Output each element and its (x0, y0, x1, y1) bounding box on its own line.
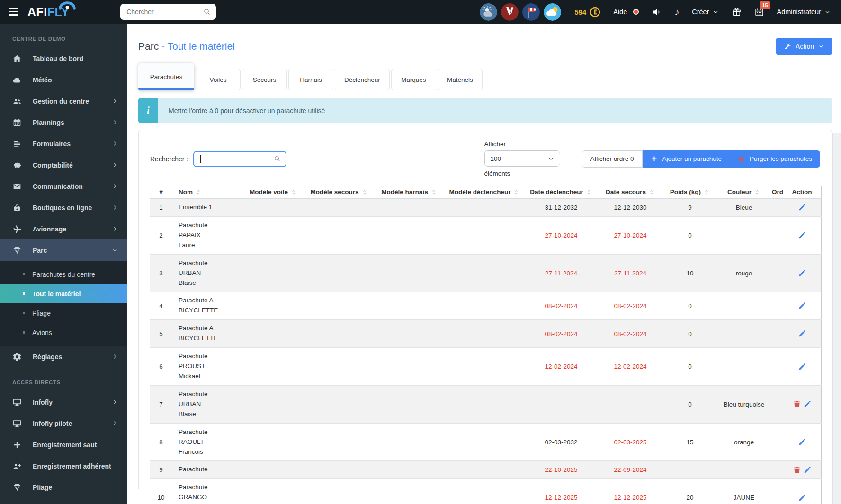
global-search-input[interactable] (125, 8, 203, 16)
column-header-name[interactable]: Nom (172, 186, 242, 199)
edit-button[interactable] (798, 494, 806, 502)
delete-button[interactable] (793, 400, 801, 408)
cell-modele-voile (242, 199, 304, 217)
action-button[interactable]: Action (776, 38, 832, 55)
music-button[interactable]: ♪ (674, 7, 679, 17)
tab-secours[interactable]: Secours (242, 69, 287, 90)
column-header-secours[interactable]: Modèle secours (304, 186, 374, 199)
edit-button[interactable] (798, 329, 806, 338)
sidebar-subitem-avions[interactable]: Avions (0, 323, 127, 342)
sidebar-item-comptabilit-[interactable]: Comptabilité (0, 154, 127, 176)
sidebar-item-formulaires[interactable]: Formulaires (0, 133, 127, 154)
edit-button[interactable] (803, 400, 812, 408)
user-menu[interactable]: Administrateur (777, 8, 831, 16)
page-size-select[interactable]: 100 (484, 150, 560, 167)
sidebar-item-pliage[interactable]: Pliage (0, 477, 127, 498)
tab-voiles[interactable]: Voiles (196, 69, 241, 90)
table-row: 1Ensemble 131-12-203212-12-20309Bleue (150, 199, 821, 217)
gift-button[interactable] (732, 7, 742, 17)
edit-button[interactable] (798, 363, 806, 371)
credit-balance[interactable]: 594 (574, 7, 600, 18)
weight-value: 15 (686, 439, 693, 446)
sidebar-item-communication[interactable]: Communication (0, 176, 127, 197)
weight-value: 9 (688, 204, 692, 211)
cell-number: 1 (150, 199, 172, 217)
cell-number: 9 (150, 461, 172, 479)
column-header-couleur[interactable]: Couleur (717, 186, 770, 199)
page-scrollbar[interactable] (832, 133, 841, 504)
purge-parachutes-button[interactable]: Purger les parachutes (730, 150, 820, 168)
gear-icon (12, 352, 22, 362)
edit-button[interactable] (798, 203, 806, 212)
sidebar-subitem-pliage[interactable]: Pliage (0, 303, 127, 323)
column-header-date-declencheur[interactable]: Date déclencheur (524, 186, 598, 199)
column-header-harnais[interactable]: Modèle harnais (374, 186, 445, 199)
windsock-icon[interactable] (522, 3, 540, 21)
table-header-row: #NomModèle voileModèle secoursModèle har… (150, 186, 821, 199)
sidebar-subitem-tout-le-mat-riel[interactable]: Tout le matériel (0, 284, 127, 303)
sidebar-item-enregistrement-saut[interactable]: Enregistrement saut (0, 434, 127, 455)
top-navbar: AFIFLY 594 Aide ♪ Créer (0, 0, 841, 24)
cell-name: ParachuteGRANGOPaul (172, 479, 242, 504)
global-search[interactable] (120, 4, 216, 20)
column-header-voile[interactable]: Modèle voile (242, 186, 304, 199)
sidebar-item-enregistrement-adh-rent[interactable]: Enregistrement adhérent (0, 455, 127, 477)
chevron-right-icon (111, 420, 118, 427)
sidebar-item-tableau-de-bord[interactable]: Tableau de bord (0, 48, 127, 69)
create-label: Créer (692, 8, 709, 16)
column-header-poids[interactable]: Poids (kg) (662, 186, 717, 199)
info-banner: i Mettre l'ordre à 0 pour désactiver un … (138, 98, 832, 123)
tab-mat-riels[interactable]: Matériels (438, 69, 483, 90)
tab-marques[interactable]: Marques (391, 69, 436, 90)
edit-button[interactable] (798, 269, 806, 277)
chevron-down-icon (818, 44, 824, 49)
cell-actions (783, 320, 821, 348)
column-header-action: Action (783, 186, 821, 199)
edit-button[interactable] (803, 466, 812, 474)
show-order-0-button[interactable]: Afficher ordre 0 (582, 150, 643, 168)
recording-indicator-icon[interactable] (633, 9, 639, 15)
sidebar-item-gestion-du-centre[interactable]: Gestion du centre (0, 90, 127, 112)
tab-parachutes[interactable]: Parachutes (138, 63, 194, 90)
cell-modele-declencheur (445, 199, 524, 217)
column-label: Couleur (727, 188, 752, 195)
weather-sun-cloud-icon[interactable] (480, 3, 497, 21)
sidebar-item-label: Tableau de bord (33, 55, 83, 62)
sidebar-item-infofly-pilote[interactable]: Infofly pilote (0, 413, 127, 434)
table-search-field[interactable] (193, 151, 286, 167)
sort-icon (586, 189, 592, 195)
cloud-sun-icon[interactable] (544, 3, 561, 21)
sidebar-subitem-parachutes-du-centre[interactable]: Parachutes du centre (0, 265, 127, 284)
cell-date-secours: 22-09-2024 (598, 461, 662, 479)
sidebar-item-parc[interactable]: Parc (0, 239, 127, 261)
table-search-input[interactable] (201, 155, 274, 163)
column-label: Nom (179, 188, 193, 195)
delete-button[interactable] (793, 466, 801, 474)
sidebar-item-r-glages[interactable]: Réglages (0, 346, 127, 367)
edit-button[interactable] (798, 301, 806, 310)
create-menu[interactable]: Créer (692, 8, 718, 16)
app-logo[interactable]: AFIFLY (27, 5, 73, 19)
parachute-icon (12, 483, 22, 492)
sidebar-item-plannings[interactable]: Plannings (0, 112, 127, 133)
edit-button[interactable] (798, 438, 806, 446)
column-header-ordre[interactable]: Ordre (770, 186, 783, 199)
calendar-button[interactable]: 15 (754, 7, 764, 17)
brand-v-icon[interactable] (501, 3, 519, 21)
column-header-date-secours[interactable]: Date secours (598, 186, 662, 199)
sidebar-item-m-t-o[interactable]: Météo (0, 69, 127, 90)
tab-d-clencheur[interactable]: Déclencheur (335, 69, 390, 90)
menu-icon[interactable] (9, 6, 20, 18)
tab-harnais[interactable]: Harnais (288, 69, 333, 90)
equipment-name: Parachute ABICYCLETTE (179, 297, 218, 314)
sidebar-item-infofly[interactable]: Infofly (0, 391, 127, 413)
edit-button[interactable] (798, 231, 806, 239)
sidebar-item-boutiques-en-ligne[interactable]: Boutiques en ligne (0, 197, 127, 218)
add-parachute-button[interactable]: Ajouter un parachute (643, 150, 730, 168)
column-label: Poids (kg) (670, 188, 701, 195)
column-header-declencheur[interactable]: Modèle déclencheur (445, 186, 524, 199)
announcements-button[interactable] (652, 7, 662, 17)
cell-modele-voile (242, 461, 304, 479)
sidebar-item-avionnage[interactable]: Avionnage (0, 218, 127, 239)
help-link[interactable]: Aide (613, 8, 627, 16)
